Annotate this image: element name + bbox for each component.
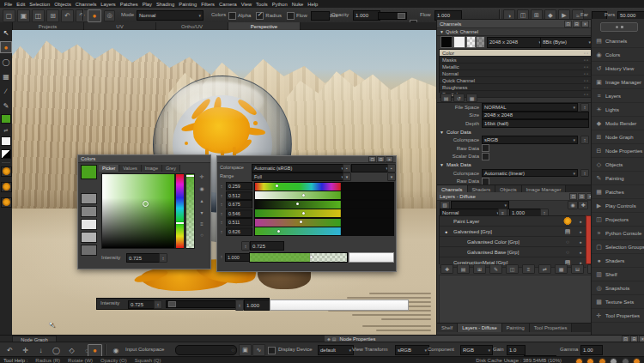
slider-spinner[interactable]: ↕ bbox=[219, 184, 224, 189]
checkbox-box[interactable] bbox=[228, 12, 236, 20]
property-field[interactable]: NORMAL ▾ bbox=[482, 103, 578, 112]
property-field[interactable]: Automatic (linear) ▾ bbox=[482, 169, 578, 178]
layer-action-icon[interactable]: ▦ bbox=[555, 264, 568, 274]
gamma-field[interactable]: 1.00 bbox=[580, 345, 603, 355]
eraser-toggle-icon[interactable]: ◎ bbox=[104, 10, 115, 21]
channel-action-icon[interactable]: ▦ bbox=[466, 94, 477, 102]
colorspace-button[interactable]: ▪ bbox=[343, 164, 351, 172]
opacity-field[interactable]: 1.000 bbox=[353, 10, 380, 21]
menu-item[interactable]: Objects bbox=[54, 2, 71, 7]
property-field[interactable]: sRGB ▾ bbox=[482, 136, 578, 144]
slider-handle[interactable] bbox=[302, 194, 305, 197]
dock-tab[interactable]: ◎ Snapshots bbox=[592, 281, 644, 295]
display-device-select[interactable]: default bbox=[318, 345, 354, 355]
slider-value-field[interactable]: 0.512 bbox=[226, 191, 252, 200]
status-icon[interactable] bbox=[598, 358, 606, 363]
value-bar-field[interactable]: 1.000 bbox=[244, 299, 273, 311]
reset-colors-swatch[interactable] bbox=[1, 149, 11, 159]
tool-button[interactable]: ✎ bbox=[1, 100, 11, 111]
radius-field[interactable] bbox=[311, 11, 330, 21]
slider-spinner[interactable]: ↕ bbox=[219, 229, 224, 234]
layer-action-icon[interactable]: ◫ bbox=[506, 264, 519, 274]
opacity-slider-thumb[interactable] bbox=[398, 13, 405, 19]
menu-item[interactable]: Filters bbox=[201, 2, 215, 7]
color-swatch[interactable] bbox=[81, 219, 97, 230]
slider-bar[interactable] bbox=[254, 200, 394, 209]
viewport-tab[interactable]: Perspective bbox=[228, 22, 301, 30]
menu-item[interactable]: Layers bbox=[100, 2, 115, 7]
dock-tab[interactable]: ☀ Lights bbox=[592, 103, 644, 117]
view-transform-select[interactable]: sRGB bbox=[395, 345, 429, 355]
channel-row[interactable]: Quick Channel bbox=[440, 77, 591, 84]
channel-size-select[interactable]: 2048 x 2048 bbox=[487, 37, 544, 48]
menu-item[interactable]: Play bbox=[143, 2, 152, 7]
menu-item[interactable]: Channels bbox=[76, 2, 97, 7]
dock-tab[interactable]: ▥ Shelf bbox=[592, 268, 644, 281]
property-side-button[interactable]: ↕ bbox=[580, 136, 589, 144]
window-button[interactable]: ⊡ bbox=[564, 21, 572, 27]
intensity-spinner[interactable]: ↕ bbox=[159, 253, 167, 263]
palette-tab[interactable]: Shelf bbox=[437, 324, 458, 332]
input-colorspace-search[interactable]: ◌ bbox=[175, 345, 237, 355]
menu-item[interactable]: Help bbox=[307, 2, 318, 7]
menu-item[interactable]: Camera bbox=[219, 2, 237, 7]
dock-tab[interactable]: ⊞ Node Graph bbox=[592, 130, 644, 144]
colorspace-button2[interactable]: ▪ bbox=[387, 164, 396, 172]
foreground-color-swatch[interactable] bbox=[1, 114, 11, 124]
layer-visibility-icon[interactable] bbox=[574, 219, 586, 224]
slider-value-field[interactable]: 0.675 bbox=[226, 200, 252, 209]
component-select[interactable]: RGB bbox=[460, 345, 493, 355]
value-bar-slider[interactable] bbox=[270, 299, 409, 311]
menu-item[interactable]: Nuke bbox=[292, 2, 304, 7]
dock-tab[interactable]: ≡ Layers bbox=[592, 89, 644, 103]
swap-colors-icon[interactable]: ⇄ bbox=[3, 127, 8, 133]
window-button[interactable]: ⊡ bbox=[368, 156, 376, 162]
dock-tab[interactable]: ◫ Projectors bbox=[592, 213, 644, 227]
channel-row[interactable]: Masks bbox=[440, 57, 591, 64]
property-side-button[interactable]: ↕ bbox=[580, 103, 589, 112]
dock-tab[interactable]: ◇ Objects bbox=[592, 158, 644, 172]
status-icon[interactable] bbox=[586, 358, 594, 363]
transform-tool-icon[interactable]: ◇ bbox=[65, 344, 78, 357]
channel-action-icon[interactable]: ↺ bbox=[453, 94, 465, 102]
transform-tool-icon[interactable]: ◯ bbox=[50, 344, 63, 357]
color-sample-icon[interactable]: ◉ bbox=[110, 345, 122, 356]
value-spin-field[interactable]: 0.725 bbox=[250, 241, 284, 251]
node-icon[interactable]: ▣ bbox=[239, 344, 252, 356]
white-swatch[interactable] bbox=[453, 36, 465, 48]
layer-action-icon[interactable]: ▤ bbox=[457, 264, 470, 274]
colors-tab[interactable]: Values bbox=[119, 165, 141, 172]
property-field[interactable]: 16bit (half) bbox=[482, 119, 589, 128]
color-swatch[interactable] bbox=[81, 193, 97, 204]
layer-radio[interactable] bbox=[445, 229, 451, 234]
layer-action-icon[interactable]: ⊞ bbox=[473, 264, 486, 274]
slider-handle[interactable] bbox=[302, 212, 305, 215]
slider-handle[interactable] bbox=[277, 230, 280, 233]
layer-visibility-icon[interactable] bbox=[574, 229, 586, 234]
colors-tab[interactable]: Image bbox=[142, 165, 162, 172]
transform-tool-icon[interactable]: ↓ bbox=[34, 344, 47, 357]
menu-item[interactable]: Python bbox=[272, 2, 288, 7]
tool-button[interactable]: ◯ bbox=[1, 57, 11, 67]
layer-action-icon[interactable]: ⇄ bbox=[538, 264, 551, 274]
intensity-field[interactable]: 0.725 bbox=[126, 253, 162, 263]
gain-field[interactable]: 1.0 bbox=[507, 345, 526, 355]
layer-row[interactable]: Galvanised [Grp] bbox=[440, 227, 586, 237]
sliders-titlebar[interactable]: ⊡⊟× bbox=[217, 156, 396, 163]
toolbar-icon[interactable]: ↶ bbox=[61, 9, 74, 22]
palette-tab[interactable]: Layers - Diffuse bbox=[458, 324, 502, 332]
colors-dialog-titlebar[interactable]: Colors bbox=[78, 155, 210, 163]
dock-tab[interactable]: » Python Console bbox=[592, 227, 644, 240]
dock-tab[interactable]: ▢ Selection Groups bbox=[592, 240, 644, 254]
slider-value-field[interactable]: 0.259 bbox=[226, 182, 252, 191]
menu-item[interactable]: Tools bbox=[256, 2, 268, 7]
property-checkbox[interactable] bbox=[482, 153, 489, 160]
intensity-bar-spinner[interactable]: ↕ bbox=[154, 300, 162, 309]
dock-handle[interactable] bbox=[600, 22, 638, 32]
slider-bar[interactable] bbox=[254, 209, 394, 218]
toolbar-icon[interactable]: ⊞ bbox=[46, 9, 59, 22]
toolbar-checkbox[interactable]: Flow bbox=[287, 12, 307, 20]
alpha-strip[interactable] bbox=[185, 173, 195, 249]
alpha-value-field[interactable]: 1.000 bbox=[225, 253, 252, 262]
channel-depth-select[interactable]: 8Bit (Byte) bbox=[540, 37, 593, 48]
